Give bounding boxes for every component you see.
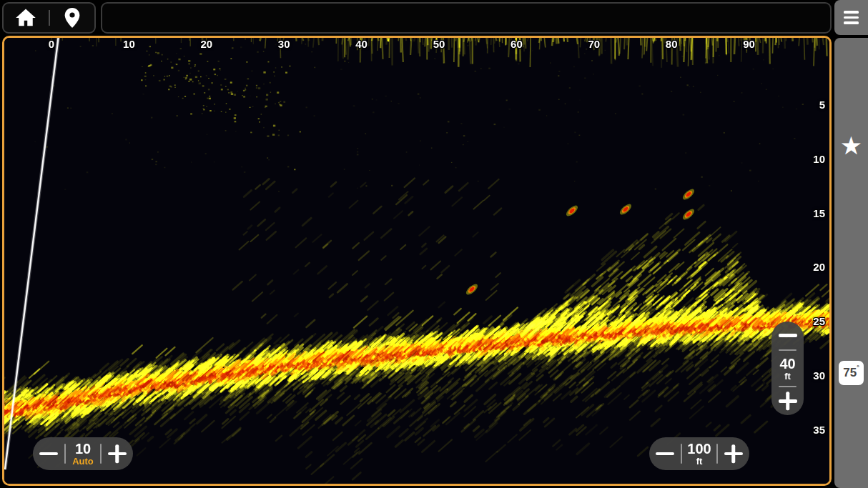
- zoom-value: 40: [779, 357, 795, 371]
- distance-tick: 60: [504, 38, 528, 50]
- depth-tick: 30: [801, 369, 825, 382]
- distance-tick: 0: [39, 38, 64, 50]
- zoom-stepper: 40 ft: [771, 322, 804, 415]
- distance-tick: 20: [194, 38, 219, 50]
- sensitivity-value-block: 10 Auto: [66, 442, 100, 466]
- zoom-out-button[interactable]: [771, 322, 804, 349]
- temperature-value: 75: [843, 367, 857, 379]
- depth-tick: 5: [801, 99, 825, 111]
- sensitivity-increase-button[interactable]: [102, 437, 133, 470]
- plus-icon: [108, 444, 127, 463]
- right-sidebar: ★ 75°: [834, 38, 868, 488]
- distance-tick: 30: [272, 38, 296, 50]
- range-value-block: 100 ft: [682, 442, 716, 466]
- waypoint-button[interactable]: [50, 4, 95, 32]
- menu-button[interactable]: [834, 0, 868, 35]
- range-increase-button[interactable]: [718, 437, 749, 470]
- sensitivity-value: 10: [75, 442, 91, 456]
- depth-tick: 10: [801, 153, 825, 165]
- minus-icon: [779, 334, 797, 337]
- depth-tick: 25: [801, 315, 825, 327]
- distance-tick: 80: [659, 38, 684, 50]
- sensitivity-mode: Auto: [72, 457, 94, 466]
- top-left-button-group: [2, 2, 96, 34]
- zoom-in-button[interactable]: [771, 387, 804, 415]
- depth-tick: 35: [801, 424, 825, 436]
- minus-icon: [656, 452, 674, 456]
- distance-tick: 90: [737, 38, 761, 50]
- depth-tick: 15: [801, 207, 825, 219]
- plus-icon: [724, 444, 743, 463]
- sensitivity-decrease-button[interactable]: [33, 437, 64, 470]
- water-temperature-badge[interactable]: 75°: [839, 361, 864, 385]
- degree-symbol: °: [857, 364, 859, 371]
- zoom-value-block: 40 ft: [779, 351, 795, 386]
- distance-tick: 70: [582, 38, 606, 50]
- distance-tick: 50: [427, 38, 451, 50]
- depth-tick: 20: [801, 261, 825, 273]
- sonar-view: 0102030405060708090 5101520253035 10 Aut…: [2, 36, 832, 486]
- title-bar[interactable]: [101, 2, 832, 34]
- plus-icon: [779, 392, 797, 411]
- favorite-star-icon[interactable]: ★: [834, 133, 868, 158]
- hamburger-icon: [844, 11, 859, 24]
- zoom-unit: ft: [784, 372, 791, 381]
- location-pin-icon: [64, 7, 81, 29]
- distance-tick: 10: [117, 38, 141, 50]
- sensitivity-stepper: 10 Auto: [33, 437, 133, 470]
- range-decrease-button[interactable]: [649, 437, 681, 470]
- range-stepper: 100 ft: [649, 437, 749, 470]
- home-icon: [15, 8, 36, 28]
- minus-icon: [39, 452, 58, 456]
- home-button[interactable]: [4, 4, 49, 32]
- distance-tick: 40: [350, 38, 374, 50]
- range-unit: ft: [696, 457, 703, 466]
- range-value: 100: [687, 442, 711, 456]
- sonar-canvas[interactable]: [4, 38, 829, 484]
